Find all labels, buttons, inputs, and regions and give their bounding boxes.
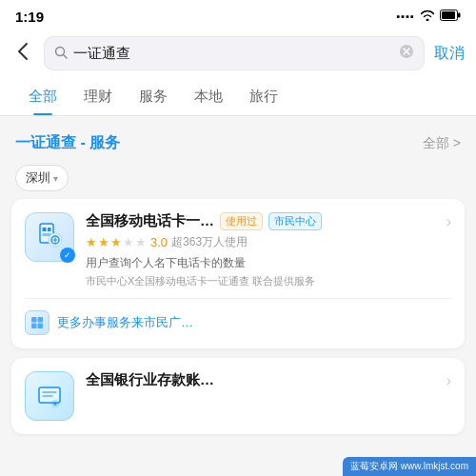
tag-used: 使用过 xyxy=(220,212,263,230)
service-description-1: 用户查询个人名下电话卡的数量 xyxy=(86,254,451,271)
wifi-icon xyxy=(420,8,435,25)
battery-icon xyxy=(440,8,461,25)
tab-local[interactable]: 本地 xyxy=(181,78,236,115)
svg-rect-19 xyxy=(38,324,44,329)
chevron-right-icon-2: › xyxy=(446,372,451,389)
svg-rect-9 xyxy=(43,228,47,231)
service-info-2: 全国银行业存款账… › xyxy=(86,371,451,389)
tab-service[interactable]: 服务 xyxy=(126,78,181,115)
tag-civic: 市民中心 xyxy=(268,212,322,230)
service-title-2: 全国银行业存款账… xyxy=(86,371,214,389)
tab-bar: 全部 理财 服务 本地 旅行 xyxy=(0,78,476,116)
service-card-2-main: 全国银行业存款账… › xyxy=(25,371,451,421)
svg-rect-1 xyxy=(442,11,455,19)
search-row: 一证通查 取消 xyxy=(0,29,476,78)
rating-count: 超363万人使用 xyxy=(171,234,248,250)
service-tag-line: 市民中心X全国移动电话卡一证通查 联合提供服务 xyxy=(86,274,451,288)
signal-icon: ▪▪▪▪ xyxy=(396,10,415,22)
clear-button[interactable] xyxy=(399,44,414,63)
service-title-row-2: 全国银行业存款账… › xyxy=(86,371,451,389)
rating-row: ★ ★ ★ ★ ★ 3.0 超363万人使用 xyxy=(86,234,451,250)
svg-line-4 xyxy=(64,54,68,58)
svg-rect-17 xyxy=(38,317,44,323)
star-5: ★ xyxy=(135,235,147,249)
service-card-2: 全国银行业存款账… › xyxy=(11,358,465,434)
cancel-button[interactable]: 取消 xyxy=(434,44,465,64)
star-rating: ★ ★ ★ ★ ★ xyxy=(86,235,147,249)
star-4: ★ xyxy=(123,235,134,249)
star-2: ★ xyxy=(98,235,109,249)
section-more-button[interactable]: 全部 > xyxy=(423,135,461,152)
status-time: 1:19 xyxy=(15,9,44,25)
svg-rect-10 xyxy=(48,228,51,231)
search-box[interactable]: 一证通查 xyxy=(44,36,425,70)
location-city: 深圳 xyxy=(26,169,50,187)
location-row: 深圳 ▾ xyxy=(0,161,476,199)
section-title: 一证通查 - 服务 xyxy=(15,133,120,153)
location-arrow-icon: ▾ xyxy=(53,173,58,184)
location-tag[interactable]: 深圳 ▾ xyxy=(15,165,69,191)
star-1: ★ xyxy=(86,235,97,249)
service-card-1: ✓ 全国移动电话卡一… 使用过 市民中心 › ★ ★ ★ ★ ★ xyxy=(11,199,465,348)
service-more-row[interactable]: 更多办事服务来市民广… xyxy=(25,308,451,335)
service-more-text: 更多办事服务来市民广… xyxy=(57,314,193,331)
svg-rect-16 xyxy=(31,317,37,323)
service-title-row-1: 全国移动电话卡一… 使用过 市民中心 › xyxy=(86,212,451,230)
star-3: ★ xyxy=(110,235,122,249)
service-info-1: 全国移动电话卡一… 使用过 市民中心 › ★ ★ ★ ★ ★ 3.0 超363万… xyxy=(86,212,451,288)
content-area: 一证通查 - 服务 全部 > 深圳 ▾ xyxy=(0,116,476,444)
section-header: 一证通查 - 服务 全部 > xyxy=(0,126,476,161)
service-more-icon xyxy=(25,310,50,335)
service-card-1-main: ✓ 全国移动电话卡一… 使用过 市民中心 › ★ ★ ★ ★ ★ xyxy=(25,212,451,288)
check-icon: ✓ xyxy=(60,248,75,263)
status-icons: ▪▪▪▪ xyxy=(396,8,461,25)
service-icon-2 xyxy=(25,371,74,421)
search-icon xyxy=(54,46,68,62)
tab-travel[interactable]: 旅行 xyxy=(236,78,291,115)
status-bar: 1:19 ▪▪▪▪ xyxy=(0,0,476,29)
tab-all[interactable]: 全部 xyxy=(15,78,70,115)
tab-finance[interactable]: 理财 xyxy=(70,78,126,115)
svg-rect-2 xyxy=(458,13,461,18)
service-icon-1: ✓ xyxy=(25,212,74,262)
card-divider xyxy=(25,298,451,299)
chevron-right-icon: › xyxy=(446,213,451,230)
back-button[interactable] xyxy=(11,42,34,66)
search-text: 一证通查 xyxy=(73,45,393,63)
sim-card-icon xyxy=(36,221,63,253)
svg-rect-18 xyxy=(31,324,37,329)
service-title-1: 全国移动电话卡一… xyxy=(86,212,214,230)
rating-score: 3.0 xyxy=(150,235,168,249)
watermark: 蓝莓安卓网 www.lmkjst.com xyxy=(343,457,476,476)
